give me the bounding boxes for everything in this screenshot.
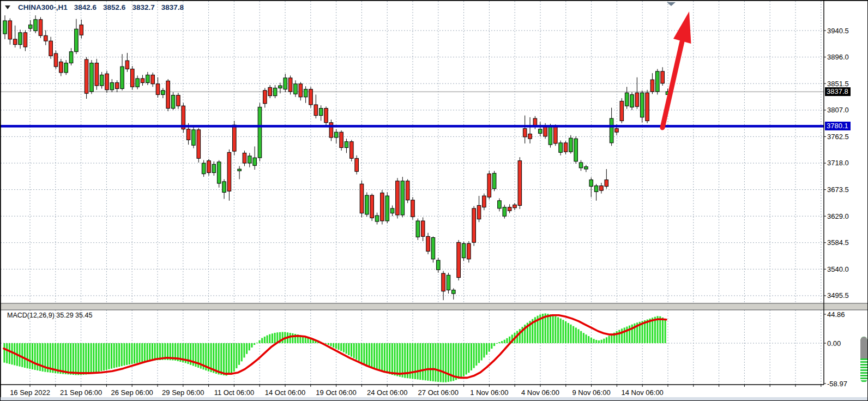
candle-body (202, 163, 206, 174)
candle-body (64, 63, 68, 73)
macd-histogram-bar (481, 343, 483, 361)
candle-body (44, 35, 48, 41)
candle-body (442, 273, 445, 291)
macd-histogram-bar (346, 343, 347, 354)
candle-body (105, 74, 109, 89)
candle-body (192, 130, 196, 145)
macd-histogram-bar (256, 343, 258, 343)
support-line[interactable] (1, 125, 824, 128)
candle-body (477, 206, 481, 219)
macd-histogram-bar (440, 343, 442, 382)
macd-histogram-bar (223, 343, 225, 375)
macd-histogram-bar (343, 343, 345, 352)
candle-body (268, 87, 272, 95)
candle-body (370, 195, 374, 218)
macd-histogram-bar (460, 343, 462, 378)
macd-histogram-bar (21, 343, 23, 367)
macd-histogram-bar (361, 343, 363, 362)
candle-body (518, 161, 522, 206)
scrollbar-thumb[interactable] (860, 337, 867, 358)
macd-histogram-bar (243, 343, 245, 357)
macd-histogram-bar (585, 334, 587, 343)
candle-body (299, 84, 303, 97)
macd-histogram-bar (595, 340, 597, 343)
macd-histogram-bar (98, 343, 100, 372)
macd-histogram-bar (665, 319, 666, 343)
candle-body (554, 126, 558, 143)
candle-body (462, 243, 466, 258)
candle-body (75, 29, 79, 51)
macd-histogram-bar (588, 336, 589, 343)
macd-histogram-bar (333, 343, 334, 348)
macd-histogram-bar (504, 340, 505, 343)
macd-histogram-bar (330, 343, 331, 346)
macd-histogram-bar (266, 336, 268, 343)
macd-histogram-bar (384, 343, 385, 373)
macd-histogram-bar (93, 343, 94, 373)
window-bottom-edge (1, 397, 868, 401)
macd-histogram-bar (468, 343, 469, 373)
macd-histogram-bar (496, 343, 498, 344)
candle-body (365, 195, 369, 214)
macd-histogram-bar (493, 343, 495, 346)
candle-body (411, 200, 415, 217)
candle-body (248, 156, 252, 163)
chart-canvas[interactable] (1, 1, 868, 401)
macd-histogram-bar (156, 343, 158, 360)
candle-body (640, 93, 644, 117)
candle-body (538, 129, 542, 134)
macd-histogram-bar (226, 343, 227, 376)
candle-body (574, 139, 578, 161)
open-value: 3842.6 (74, 3, 97, 11)
macd-histogram-bar (149, 343, 150, 361)
macd-histogram-bar (473, 343, 475, 368)
candle-body (3, 21, 7, 34)
candle-body (23, 33, 27, 47)
macd-histogram-bar (593, 339, 595, 343)
macd-histogram-bar (580, 331, 582, 343)
macd-histogram-bar (486, 343, 487, 355)
macd-histogram-bar (568, 323, 569, 343)
candle-body (656, 71, 660, 92)
price-axis-label: 3673.5 (827, 185, 849, 194)
candle-body (661, 71, 665, 83)
candle-body (69, 52, 73, 63)
macd-histogram-bar (547, 314, 548, 343)
macd-histogram-bar (583, 333, 584, 343)
macd-histogram-bar (34, 343, 36, 370)
candle-body (13, 39, 17, 45)
macd-histogram-bar (373, 343, 375, 368)
macd-axis-label: 0.00 (827, 339, 841, 348)
candle-body (329, 123, 333, 137)
macd-histogram-bar (562, 320, 564, 343)
candle-body (100, 75, 104, 86)
macd-histogram-bar (412, 343, 413, 379)
macd-histogram-bar (3, 343, 5, 363)
macd-histogram-bar (37, 343, 38, 370)
candle-body (171, 95, 175, 108)
macd-histogram-bar (272, 333, 273, 343)
close-value: 3837.8 (161, 3, 184, 11)
macd-histogram-bar (215, 343, 217, 374)
scrollbar[interactable] (860, 337, 867, 382)
candle-body (559, 143, 563, 152)
macd-histogram-bar (338, 343, 340, 350)
pane-separator[interactable] (1, 304, 868, 309)
macd-histogram-bar (550, 314, 551, 343)
candle-body (59, 62, 63, 73)
macd-histogram-bar (618, 330, 620, 343)
macd-histogram-bar (121, 343, 123, 366)
chevron-down-icon[interactable] (5, 5, 10, 9)
macd-histogram-bar (611, 334, 612, 343)
macd-histogram-bar (414, 343, 416, 379)
macd-histogram-bar (57, 343, 59, 374)
macd-histogram-bar (236, 343, 237, 368)
candle-body (217, 162, 221, 183)
macd-histogram-bar (83, 343, 85, 375)
candle-body (258, 107, 262, 158)
macd-histogram-bar (238, 343, 240, 365)
macd-histogram-bar (233, 343, 235, 372)
macd-histogram-bar (366, 343, 367, 365)
macd-histogram-bar (471, 343, 472, 370)
candle-body (284, 78, 287, 89)
